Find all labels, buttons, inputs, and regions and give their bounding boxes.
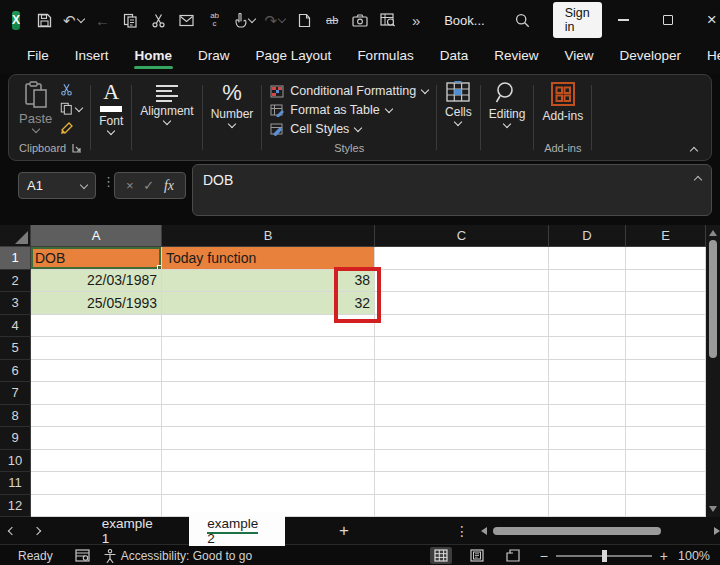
- chevron-down-icon[interactable]: [247, 15, 255, 23]
- column-header-c[interactable]: C: [375, 225, 549, 247]
- scroll-right-icon[interactable]: [714, 527, 720, 535]
- editing-button[interactable]: Editing: [489, 81, 526, 127]
- zoom-level[interactable]: 100%: [678, 549, 710, 563]
- chevron-down-icon[interactable]: [228, 120, 236, 128]
- cell-A9[interactable]: [31, 427, 162, 450]
- cell-E4[interactable]: [626, 315, 706, 338]
- chevron-down-icon[interactable]: [384, 105, 392, 113]
- cell-C5[interactable]: [375, 337, 549, 360]
- cell-E6[interactable]: [626, 360, 706, 383]
- enter-check-icon[interactable]: ✓: [143, 178, 154, 193]
- tab-page-layout[interactable]: Page Layout: [243, 42, 345, 71]
- cell-D8[interactable]: [549, 405, 626, 428]
- cell-A11[interactable]: [31, 472, 162, 495]
- cell-E7[interactable]: [626, 382, 706, 405]
- row-header-9[interactable]: 9: [0, 427, 31, 450]
- cell-A4[interactable]: [31, 315, 162, 338]
- tab-developer[interactable]: Developer: [606, 42, 694, 71]
- cell-E2[interactable]: [626, 270, 706, 293]
- cell-D6[interactable]: [549, 360, 626, 383]
- name-box[interactable]: A1: [18, 172, 96, 199]
- cell-A1[interactable]: DOB: [31, 247, 162, 270]
- save-button[interactable]: [32, 7, 56, 33]
- paste-button[interactable]: Paste: [19, 81, 52, 132]
- copy-button-ribbon[interactable]: [60, 102, 82, 115]
- font-button[interactable]: A Font: [99, 81, 123, 134]
- chevron-down-icon[interactable]: [163, 117, 171, 125]
- cell-D2[interactable]: [549, 270, 626, 293]
- cell-C6[interactable]: [375, 360, 549, 383]
- cell-B10[interactable]: [162, 450, 375, 473]
- column-header-a[interactable]: A: [31, 225, 162, 247]
- search-button[interactable]: [511, 7, 535, 33]
- dialog-launcher-icon[interactable]: [72, 143, 82, 153]
- column-header-b[interactable]: B: [162, 225, 375, 247]
- cell-A7[interactable]: [31, 382, 162, 405]
- cell-B6[interactable]: [162, 360, 375, 383]
- chevron-down-icon[interactable]: [354, 124, 362, 132]
- cell-D1[interactable]: [549, 247, 626, 270]
- cell-B9[interactable]: [162, 427, 375, 450]
- cell-D12[interactable]: [549, 495, 626, 518]
- cell-B5[interactable]: [162, 337, 375, 360]
- cell-D7[interactable]: [549, 382, 626, 405]
- chevron-down-icon[interactable]: [503, 120, 511, 128]
- row-header-8[interactable]: 8: [0, 405, 31, 428]
- cell-D5[interactable]: [549, 337, 626, 360]
- sign-in-button[interactable]: Sign in: [553, 2, 602, 38]
- number-button[interactable]: % Number: [211, 81, 254, 127]
- insert-function-icon[interactable]: fx: [164, 178, 174, 194]
- cell-E9[interactable]: [626, 427, 706, 450]
- horizontal-scroll-thumb[interactable]: [493, 527, 661, 535]
- cell-E12[interactable]: [626, 495, 706, 518]
- qat-overflow-button[interactable]: »: [404, 7, 428, 33]
- cell-A5[interactable]: [31, 337, 162, 360]
- row-header-11[interactable]: 11: [0, 472, 31, 495]
- cell-A3[interactable]: 25/05/1993: [31, 292, 162, 315]
- row-header-1[interactable]: 1: [0, 247, 31, 270]
- row-header-12[interactable]: 12: [0, 495, 31, 518]
- sheet-nav-prev-button[interactable]: [0, 528, 25, 534]
- macro-record-button[interactable]: [75, 549, 90, 562]
- minimize-button[interactable]: [602, 0, 646, 40]
- tab-insert[interactable]: Insert: [62, 42, 122, 71]
- scroll-up-icon[interactable]: [709, 230, 717, 236]
- tab-review[interactable]: Review: [481, 42, 551, 71]
- cell-styles-button[interactable]: Cell Styles: [270, 122, 361, 136]
- close-button[interactable]: ×: [690, 0, 720, 40]
- format-as-table-button[interactable]: Format as Table: [270, 103, 391, 117]
- cell-B1[interactable]: Today function: [162, 247, 375, 270]
- normal-view-button[interactable]: [430, 547, 452, 564]
- column-header-d[interactable]: D: [549, 225, 626, 247]
- row-header-10[interactable]: 10: [0, 450, 31, 473]
- cell-A2[interactable]: 22/03/1987: [31, 270, 162, 293]
- cell-B11[interactable]: [162, 472, 375, 495]
- chevron-down-icon[interactable]: [76, 15, 84, 23]
- table-lookup-button[interactable]: [376, 7, 400, 33]
- new-sheet-button[interactable]: +: [329, 521, 359, 541]
- select-all-corner[interactable]: [0, 225, 31, 247]
- camera-button[interactable]: [348, 7, 372, 33]
- zoom-in-button[interactable]: +: [660, 548, 668, 564]
- cell-A8[interactable]: [31, 405, 162, 428]
- cell-A6[interactable]: [31, 360, 162, 383]
- column-header-e[interactable]: E: [626, 225, 706, 247]
- cell-E5[interactable]: [626, 337, 706, 360]
- page-break-preview-button[interactable]: [502, 547, 524, 564]
- chevron-down-icon[interactable]: [75, 103, 83, 111]
- row-header-7[interactable]: 7: [0, 382, 31, 405]
- cell-C9[interactable]: [375, 427, 549, 450]
- sheet-tab-more-button[interactable]: ⋮: [455, 523, 469, 539]
- chevron-down-icon[interactable]: [80, 180, 88, 188]
- zoom-slider-thumb[interactable]: [602, 550, 607, 562]
- cell-D10[interactable]: [549, 450, 626, 473]
- chevron-down-icon[interactable]: [31, 125, 39, 133]
- collapse-ribbon-icon[interactable]: [690, 147, 698, 155]
- touch-mouse-mode-button[interactable]: [231, 7, 258, 33]
- cell-C1[interactable]: [375, 247, 549, 270]
- cell-C7[interactable]: [375, 382, 549, 405]
- cell-C4[interactable]: [375, 315, 549, 338]
- cell-E1[interactable]: [626, 247, 706, 270]
- tab-data[interactable]: Data: [427, 42, 482, 71]
- cell-B8[interactable]: [162, 405, 375, 428]
